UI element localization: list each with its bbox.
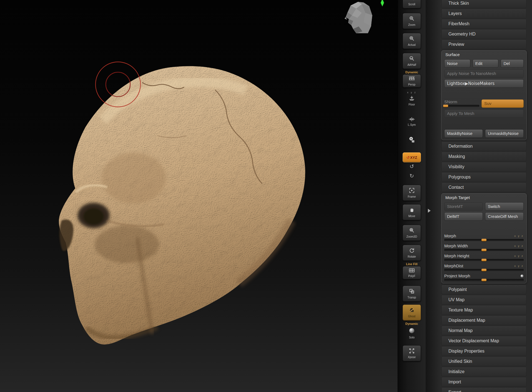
axis-letters: x y z <box>514 255 524 257</box>
panel-item-deformation[interactable]: Deformation <box>441 141 526 151</box>
axis-letters: x y z <box>514 245 524 247</box>
panel-gutter <box>426 0 441 392</box>
shelf-button-rotate-y[interactable]: ↺ <box>398 164 426 169</box>
shelf-button-rotate-xyz[interactable]: ↺ XYZ <box>398 152 426 162</box>
snorm-slider-track[interactable] <box>444 105 479 107</box>
panel-item-normal-map[interactable]: Normal Map <box>441 326 526 335</box>
project-morph-slider[interactable]: Project Morph <box>444 273 524 281</box>
panel-item-unified-skin[interactable]: Unified Skin <box>441 356 526 366</box>
panel-item-initialize[interactable]: Initialize <box>441 367 526 376</box>
slider-handle[interactable] <box>481 269 486 271</box>
panel-collapse-arrow-icon[interactable] <box>428 209 431 213</box>
noise-button[interactable]: Noise <box>444 59 470 68</box>
project-morph-radio[interactable] <box>520 274 524 278</box>
slider-handle[interactable] <box>481 239 486 241</box>
panel-item-contact[interactable]: Contact <box>441 182 526 192</box>
shelf-button-local-pivot[interactable] <box>398 134 426 147</box>
shelf-button-zoom[interactable]: Zoom <box>398 13 426 29</box>
lightbox-noisemakers-button[interactable]: Lightbox▶NoiseMakers <box>444 79 524 88</box>
xpose-icon <box>409 348 415 355</box>
panel-item-polygroups[interactable]: Polygroups <box>441 172 526 182</box>
polyframe-grid-icon <box>409 268 415 274</box>
panel-item-layers[interactable]: Layers <box>441 9 526 18</box>
shelf-button-rotate-tool[interactable]: Rotate <box>398 245 426 261</box>
slider-handle[interactable] <box>481 259 486 261</box>
axis-letters: x y z <box>514 265 524 267</box>
slider-track[interactable] <box>444 259 524 261</box>
edit-noise-button[interactable]: Edit <box>473 59 499 68</box>
panel-item-polypaint[interactable]: Polypaint <box>441 285 526 294</box>
panel-item-geometry-hd[interactable]: Geometry HD <box>441 29 526 39</box>
snorm-slider-handle[interactable] <box>443 105 448 107</box>
shelf-button-actual[interactable]: Actual <box>398 33 426 49</box>
panel-item-masking[interactable]: Masking <box>441 152 526 161</box>
slider-handle[interactable] <box>481 249 486 251</box>
slider-track[interactable] <box>444 239 524 241</box>
local-pivot-icon <box>408 136 416 145</box>
panel-item-uv-map[interactable]: UV Map <box>441 295 526 305</box>
move-hand-icon <box>409 207 415 214</box>
shelf-button-solo[interactable]: Dynamic Solo <box>398 322 426 340</box>
panel-item-displacement-map[interactable]: Displacement Map <box>441 315 526 325</box>
magnifier-zoom-icon <box>409 16 415 22</box>
morph-width-slider[interactable]: Morph Width x y z <box>444 243 524 251</box>
shelf-button-lsym[interactable]: L.Sym <box>398 115 426 128</box>
frame-icon <box>409 188 415 194</box>
morph-height-slider[interactable]: Morph Height x y z <box>444 253 524 261</box>
morph-target-group-title: Morph Target <box>445 195 524 200</box>
magnifier-scroll-icon <box>409 0 415 2</box>
magnifier-aahalf-icon <box>409 56 415 62</box>
ghost-icon <box>409 307 415 314</box>
snorm-slider[interactable]: SNorm <box>444 99 479 108</box>
shelf-button-aahalf[interactable]: AAHalf <box>398 53 426 69</box>
panel-item-export[interactable]: Export <box>441 387 526 392</box>
shelf-button-frame[interactable]: Frame <box>398 185 426 201</box>
rotate-y-icon: ↺ <box>410 164 414 169</box>
tool-palette-panel: Thick Skin Layers FiberMesh Geometry HD … <box>426 0 532 392</box>
shelf-button-xpose[interactable]: Xpose <box>398 345 426 361</box>
slider-track[interactable] <box>444 279 524 281</box>
apply-noise-to-nanomesh-button[interactable]: Apply Noise To NanoMesh <box>444 69 524 78</box>
surface-group: Surface Noise Edit Del Apply Noise To Na… <box>441 50 527 140</box>
panel-item-visibility[interactable]: Visibility <box>441 162 526 172</box>
morph-slider[interactable]: Morph x y z <box>444 233 524 241</box>
panel-item-import[interactable]: Import <box>441 377 526 387</box>
apply-to-mesh-button[interactable]: Apply To Mesh <box>444 109 524 118</box>
creatediff-mesh-button[interactable]: CreateDiff Mesh <box>485 212 524 221</box>
switch-mt-button[interactable]: Switch <box>485 202 524 211</box>
slider-track[interactable] <box>444 249 524 251</box>
app-window: Scroll Zoom Actual AAHalf Dynamic <box>0 0 532 392</box>
panel-item-texture-map[interactable]: Texture Map <box>441 305 526 315</box>
shelf-button-transp[interactable]: Transp <box>398 286 426 302</box>
suv-button[interactable]: Suv <box>481 99 524 108</box>
floor-grid-icon <box>409 96 415 102</box>
shelf-button-ghost[interactable]: Ghost <box>398 305 426 321</box>
morph-target-group: Morph Target StoreMT Switch DelMT Create… <box>441 193 527 283</box>
shelf-button-scroll[interactable]: Scroll <box>398 0 426 9</box>
skull-model[interactable] <box>56 66 307 348</box>
panel-item-thick-skin[interactable]: Thick Skin <box>441 0 526 8</box>
gizmo-axis-marker <box>380 0 385 7</box>
slider-handle[interactable] <box>481 279 486 281</box>
unmask-by-noise-button[interactable]: UnmaskByNoise <box>485 129 524 138</box>
slider-track[interactable] <box>444 269 524 271</box>
shelf-button-persp[interactable]: Dynamic Persp <box>398 71 426 88</box>
del-noise-button[interactable]: Del <box>501 59 524 68</box>
local-symmetry-icon <box>408 117 415 122</box>
viewport-canvas[interactable] <box>0 0 398 392</box>
panel-item-vector-displacement-map[interactable]: Vector Displacement Map <box>441 336 526 346</box>
snorm-label: SNorm <box>444 99 479 104</box>
shelf-button-move[interactable]: Move <box>398 204 426 220</box>
panel-item-display-properties[interactable]: Display Properties <box>441 346 526 356</box>
shelf-button-zoom3d[interactable]: Zoom3D <box>398 225 426 241</box>
panel-item-preview[interactable]: Preview <box>441 39 526 49</box>
del-mt-button[interactable]: DelMT <box>444 212 483 221</box>
shelf-button-rotate-z[interactable]: ↻ <box>398 173 426 179</box>
shelf-button-floor[interactable]: x y z Floor <box>398 91 426 107</box>
rotate-z-icon: ↻ <box>410 173 414 179</box>
store-mt-button[interactable]: StoreMT <box>444 202 483 211</box>
shelf-button-polyf[interactable]: Line Fill PolyF <box>398 263 426 280</box>
panel-item-fibermesh[interactable]: FiberMesh <box>441 19 526 29</box>
mask-by-noise-button[interactable]: MaskByNoise <box>444 129 483 138</box>
morphdist-slider[interactable]: MorphDist x y z <box>444 263 524 271</box>
